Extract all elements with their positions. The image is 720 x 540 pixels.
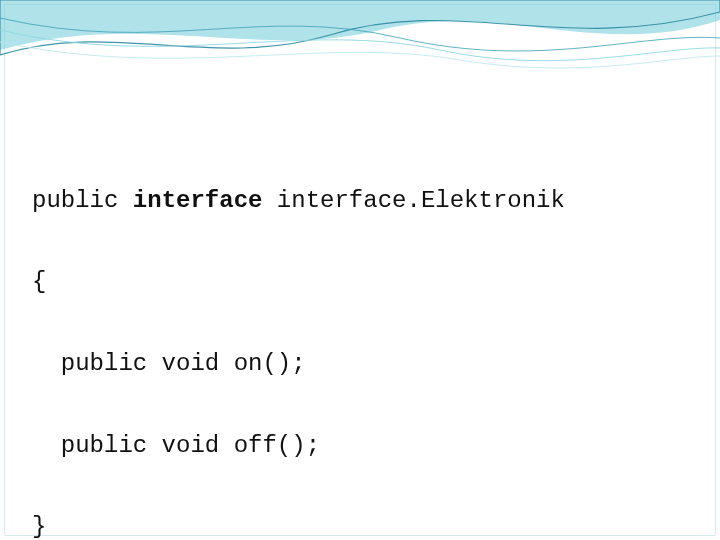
- code-line-2: {: [32, 262, 688, 303]
- wave-icon: [0, 0, 720, 120]
- code-line-4: public void off();: [32, 426, 688, 467]
- code-line-3: public void on();: [32, 344, 688, 385]
- code-text: interface.Elektronik: [262, 187, 564, 214]
- code-text: public void on();: [61, 350, 306, 377]
- code-line-1: public interface interface.Elektronik: [32, 181, 688, 222]
- code-block: public interface interface.Elektronik { …: [32, 140, 688, 540]
- brace-close: }: [32, 513, 46, 540]
- code-line-5: }: [32, 507, 688, 540]
- keyword-interface: interface: [133, 187, 263, 214]
- brace-open: {: [32, 268, 46, 295]
- code-text: public: [32, 187, 133, 214]
- header-wave-decoration: [0, 0, 720, 120]
- code-text: public void off();: [61, 432, 320, 459]
- slide: public interface interface.Elektronik { …: [0, 0, 720, 540]
